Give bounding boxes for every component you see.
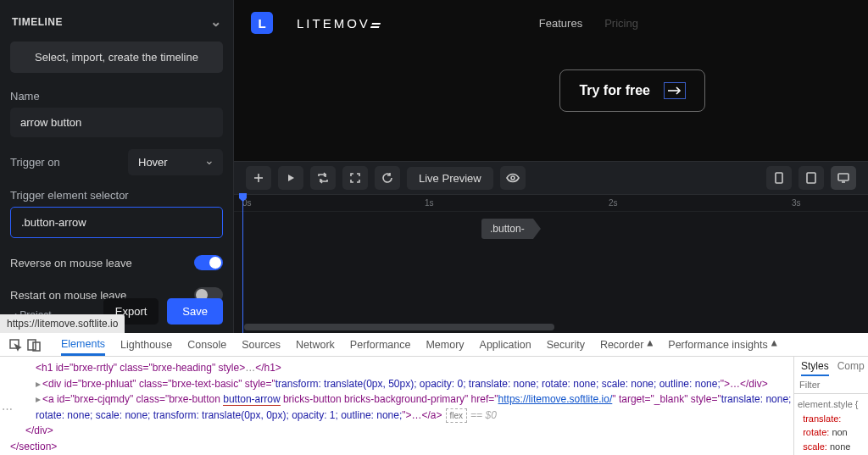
tab-network[interactable]: Network — [296, 334, 335, 356]
tab-perf-insights[interactable]: Performance insights — [668, 334, 776, 356]
reverse-toggle[interactable] — [194, 255, 223, 270]
tab-console[interactable]: Console — [187, 334, 226, 356]
svg-rect-12 — [28, 340, 36, 350]
styles-filter-input[interactable] — [794, 376, 868, 394]
tab-security[interactable]: Security — [547, 334, 585, 356]
collapse-icon[interactable]: ⌄ — [210, 14, 222, 30]
try-for-free-button[interactable]: Try for free — [559, 69, 705, 112]
dom-tree[interactable]: <h1 id="brxe-rrtly" class="brxe-heading"… — [0, 357, 793, 455]
device-desktop-button[interactable] — [831, 166, 856, 190]
tab-memory[interactable]: Memory — [426, 334, 464, 356]
nav-pricing[interactable]: Pricing — [604, 17, 638, 30]
reload-button[interactable] — [375, 166, 400, 190]
tab-elements[interactable]: Elements — [61, 333, 105, 356]
overflow-dots-icon[interactable]: ⋯ — [2, 402, 13, 415]
brand-text: LITEMOV — [297, 16, 380, 31]
devtools-tabbar: Elements Lighthouse Console Sources Netw… — [0, 333, 868, 357]
timeline-toolbar: Live Preview — [234, 161, 868, 195]
reverse-label: Reverse on mouse leave — [10, 257, 132, 269]
svg-rect-7 — [776, 173, 782, 183]
styles-tab-styles[interactable]: Styles — [801, 360, 829, 376]
selector-label: Trigger element selector — [10, 189, 129, 202]
timeline-ruler: 0s 1s 2s 3s — [234, 195, 868, 212]
url-status-hint: https://litemove.softlite.io — [0, 314, 125, 333]
device-mobile-button[interactable] — [766, 166, 792, 190]
cta-label: Try for free — [579, 83, 650, 98]
selector-input[interactable] — [10, 207, 223, 238]
svg-rect-8 — [807, 173, 815, 183]
devtools: Elements Lighthouse Console Sources Netw… — [0, 333, 868, 455]
visibility-button[interactable] — [500, 166, 526, 190]
styles-panel: Styles Comp element.style { translate: r… — [793, 357, 868, 455]
device-toggle-icon[interactable] — [27, 338, 41, 352]
trigger-select[interactable]: Hover — [128, 149, 223, 175]
tab-performance[interactable]: Performance — [350, 334, 411, 356]
create-timeline-button[interactable]: Select, import, create the timeline — [10, 42, 223, 73]
device-tablet-button[interactable] — [798, 166, 824, 190]
sidebar-title: TIMELINE — [12, 16, 63, 28]
nav-features[interactable]: Features — [539, 17, 582, 30]
play-button[interactable] — [278, 166, 303, 190]
trigger-label: Trigger on — [10, 156, 60, 169]
styles-body[interactable]: element.style { translate: rotate: non s… — [794, 394, 868, 455]
svg-rect-9 — [838, 174, 849, 180]
preview-canvas: L LITEMOV Features Pricing Try for free … — [234, 0, 868, 333]
name-label: Name — [10, 90, 223, 103]
timeline-scrollbar[interactable] — [244, 324, 554, 330]
save-button[interactable]: Save — [167, 298, 223, 325]
logo-icon: L — [251, 12, 273, 34]
site-nav: L LITEMOV Features Pricing — [234, 0, 868, 46]
playhead[interactable] — [242, 195, 243, 333]
sidebar-heading: TIMELINE ⌄ — [10, 10, 223, 42]
inspect-icon[interactable] — [8, 338, 22, 352]
tab-recorder[interactable]: Recorder — [600, 334, 653, 356]
svg-marker-5 — [288, 175, 294, 181]
tab-sources[interactable]: Sources — [242, 334, 281, 356]
loop-button[interactable] — [310, 166, 336, 190]
timeline-sidebar: TIMELINE ⌄ Select, import, create the ti… — [0, 0, 234, 333]
tab-lighthouse[interactable]: Lighthouse — [120, 334, 172, 356]
live-preview-button[interactable]: Live Preview — [407, 167, 493, 190]
tab-application[interactable]: Application — [480, 334, 531, 356]
fullscreen-button[interactable] — [342, 166, 368, 190]
svg-point-6 — [511, 176, 515, 180]
name-input[interactable] — [10, 108, 223, 137]
styles-tab-computed[interactable]: Comp — [837, 360, 865, 376]
add-button[interactable] — [246, 166, 271, 190]
arrow-icon — [664, 82, 686, 99]
timeline-item-tag[interactable]: .button- — [481, 219, 533, 239]
timeline-track[interactable]: 0s 1s 2s 3s — [234, 195, 868, 333]
